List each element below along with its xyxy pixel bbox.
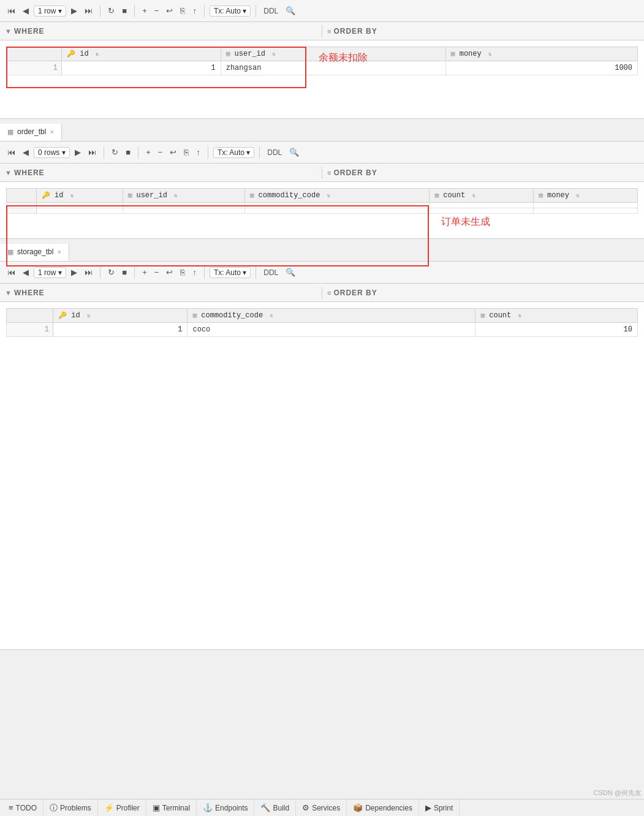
status-dependencies[interactable]: 📦 Dependencies xyxy=(347,799,419,816)
search-btn-3[interactable]: 🔍 xyxy=(283,266,298,278)
cell-count-3-1: 10 xyxy=(475,323,638,337)
tab-order-tbl[interactable]: ▦ order_tbl × xyxy=(0,124,62,141)
refresh-btn-2[interactable]: ↻ xyxy=(109,146,121,158)
prev-btn-2[interactable]: ◀ xyxy=(20,146,31,158)
col-userid-header-2: ▦ user_id ⇅ xyxy=(123,189,244,203)
status-problems[interactable]: ⓘ Problems xyxy=(44,799,98,816)
cell-commodity-3-1: coco xyxy=(188,323,475,337)
next-btn-2[interactable]: ▶ xyxy=(72,146,83,158)
prev-btn[interactable]: ◀ xyxy=(20,5,31,17)
last-btn-2[interactable]: ⏭ xyxy=(86,146,99,158)
add-btn-3[interactable]: + xyxy=(140,266,150,278)
col-icon-2d: ▦ xyxy=(539,192,543,199)
status-todo[interactable]: ≡ TODO xyxy=(2,799,44,816)
search-btn-1[interactable]: 🔍 xyxy=(283,5,298,17)
status-sprint[interactable]: ▶ Sprint xyxy=(419,799,460,816)
where-section-2: ▼ WHERE xyxy=(5,168,317,177)
undo-btn[interactable]: ↩ xyxy=(164,5,175,17)
remove-btn-3[interactable]: − xyxy=(152,266,162,278)
orderby-label-1: ORDER BY xyxy=(333,27,377,36)
stop-btn[interactable]: ■ xyxy=(119,5,129,17)
ddl-btn-1[interactable]: DDL xyxy=(261,6,281,17)
col-count-header-3: ▦ count ⇅ xyxy=(475,309,638,323)
build-label: Build xyxy=(273,804,289,812)
filter-icon-3: ▼ xyxy=(5,289,12,297)
cell-id-3-1: 1 xyxy=(53,323,188,337)
problems-icon: ⓘ xyxy=(50,803,58,814)
filter-div-2 xyxy=(322,167,322,179)
copy-btn-3[interactable]: ⎘ xyxy=(178,266,188,278)
stop-btn-3[interactable]: ■ xyxy=(119,266,129,278)
status-profiler[interactable]: ⚡ Profiler xyxy=(98,799,146,816)
add-btn-2[interactable]: + xyxy=(143,146,153,158)
up-btn-3[interactable]: ↑ xyxy=(190,266,199,278)
panel-1: ⏮ ◀ 1 row ▾ ▶ ⏭ ↻ ■ + − ↩ ⎘ ↑ Tx: Auto ▾… xyxy=(0,0,644,119)
remove-btn[interactable]: − xyxy=(152,5,162,17)
filter-div-1 xyxy=(322,25,322,37)
remove-btn-2[interactable]: − xyxy=(156,146,165,158)
cell-money-1: 1000 xyxy=(445,61,637,75)
ddl-btn-2[interactable]: DDL xyxy=(265,147,284,158)
tab-close-2[interactable]: × xyxy=(50,128,53,135)
csdn-watermark: CSDN @何先友 xyxy=(594,788,642,798)
where-label-3: WHERE xyxy=(14,289,45,297)
panel-2: ▦ order_tbl × ⏮ ◀ 0 rows ▾ ▶ ⏭ ↻ ■ + − ↩… xyxy=(0,124,644,239)
todo-icon: ≡ xyxy=(9,803,13,812)
table-row-3: 1 1 coco 10 xyxy=(7,323,638,337)
tx-dropdown-1[interactable]: Tx: Auto ▾ xyxy=(210,6,251,17)
sprint-label: Sprint xyxy=(434,804,453,812)
col-icon-3b: ▦ xyxy=(480,312,485,319)
todo-label: TODO xyxy=(16,804,37,812)
undo-btn-3[interactable]: ↩ xyxy=(164,266,175,278)
row-num-1: 1 xyxy=(7,61,62,75)
ddl-btn-3[interactable]: DDL xyxy=(261,267,281,278)
order-icon-1: ≡ xyxy=(327,28,331,35)
tab-storage-tbl[interactable]: ▦ storage_tbl × xyxy=(0,244,69,261)
first-btn-3[interactable]: ⏮ xyxy=(5,266,18,278)
col-money-header-2: ▦ money ⇅ xyxy=(534,189,638,203)
tx-dropdown-2[interactable]: Tx: Auto ▾ xyxy=(213,147,254,158)
undo-btn-2[interactable]: ↩ xyxy=(167,146,179,158)
refresh-btn-3[interactable]: ↻ xyxy=(105,266,117,278)
last-btn-3[interactable]: ⏭ xyxy=(82,266,95,278)
status-build[interactable]: 🔨 Build xyxy=(254,799,296,816)
filter-icon-1: ▼ xyxy=(5,28,12,35)
first-btn[interactable]: ⏮ xyxy=(5,5,18,17)
copy-btn[interactable]: ⎘ xyxy=(178,5,188,17)
last-btn[interactable]: ⏭ xyxy=(82,5,95,17)
orderby-label-2: ORDER BY xyxy=(333,168,377,177)
panel2-filter-bar: ▼ WHERE ≡ ORDER BY xyxy=(0,164,644,182)
up-btn[interactable]: ↑ xyxy=(190,5,199,17)
sep4 xyxy=(256,5,256,17)
tab-close-3[interactable]: × xyxy=(57,248,61,255)
copy-btn-2[interactable]: ⎘ xyxy=(181,146,191,158)
refresh-btn[interactable]: ↻ xyxy=(105,5,117,17)
next-btn-3[interactable]: ▶ xyxy=(69,266,80,278)
col-icon-3a: ▦ xyxy=(192,312,197,319)
sep1 xyxy=(100,5,100,17)
sep3-2 xyxy=(208,146,208,159)
status-bar: ≡ TODO ⓘ Problems ⚡ Profiler ▣ Terminal … xyxy=(0,799,644,816)
terminal-icon: ▣ xyxy=(153,803,160,812)
status-terminal[interactable]: ▣ Terminal xyxy=(146,799,197,816)
up-btn-2[interactable]: ↑ xyxy=(194,146,203,158)
status-endpoints[interactable]: ⚓ Endpoints xyxy=(197,799,254,816)
table-col-icon2: ▦ xyxy=(451,50,455,58)
first-btn-2[interactable]: ⏮ xyxy=(5,146,18,158)
where-section-3: ▼ WHERE xyxy=(5,289,317,297)
status-services[interactable]: ⚙ Services xyxy=(296,799,347,816)
next-btn[interactable]: ▶ xyxy=(69,5,80,17)
panel2-toolbar: ⏮ ◀ 0 rows ▾ ▶ ⏭ ↻ ■ + − ↩ ⎘ ↑ Tx: Auto … xyxy=(0,142,644,164)
sep3-3 xyxy=(204,266,205,279)
col-money-header: ▦ money ⇅ xyxy=(445,47,637,61)
tx-dropdown-3[interactable]: Tx: Auto ▾ xyxy=(210,267,251,278)
empty-row xyxy=(7,203,638,208)
row-count-1: 1 row ▾ xyxy=(34,6,66,17)
stop-btn-2[interactable]: ■ xyxy=(123,146,133,158)
search-btn-2[interactable]: 🔍 xyxy=(287,146,301,158)
sprint-icon: ▶ xyxy=(425,803,431,812)
tab-icon-3: ▦ xyxy=(7,248,13,256)
prev-btn-3[interactable]: ◀ xyxy=(20,266,31,278)
add-btn[interactable]: + xyxy=(140,5,150,17)
col-icon-2c: ▦ xyxy=(434,192,439,199)
